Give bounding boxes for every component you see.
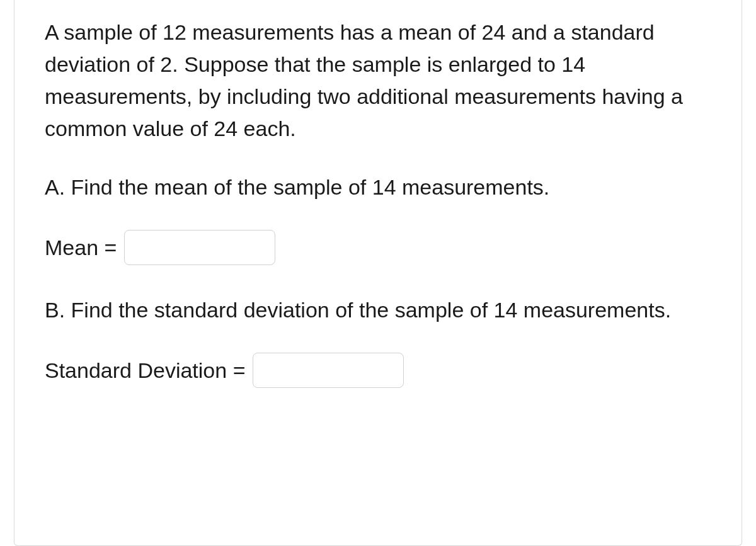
question-container: A sample of 12 measurements has a mean o… bbox=[14, 0, 742, 546]
part-b-prompt: B. Find the standard deviation of the sa… bbox=[45, 294, 711, 326]
part-b-answer-row: Standard Deviation = bbox=[45, 353, 711, 388]
stddev-label: Standard Deviation = bbox=[45, 358, 245, 383]
part-a-prompt: A. Find the mean of the sample of 14 mea… bbox=[45, 171, 711, 203]
mean-label: Mean = bbox=[45, 236, 117, 260]
part-a-answer-row: Mean = bbox=[45, 230, 711, 265]
problem-statement: A sample of 12 measurements has a mean o… bbox=[45, 16, 711, 145]
mean-input[interactable] bbox=[124, 230, 275, 265]
stddev-input[interactable] bbox=[253, 353, 404, 388]
